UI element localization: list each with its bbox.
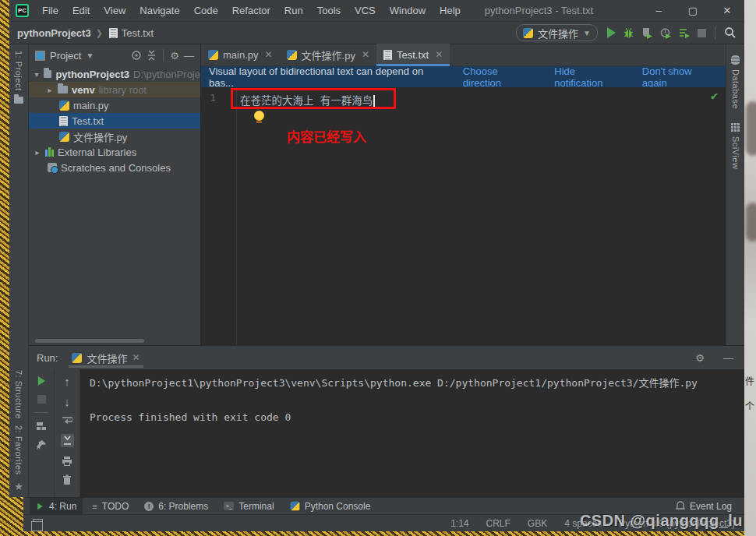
tool-button-label: Terminal bbox=[238, 501, 274, 512]
run-with-coverage-button[interactable] bbox=[641, 27, 653, 39]
clear-console-icon[interactable] bbox=[62, 474, 72, 485]
desktop-image-fragment bbox=[746, 101, 756, 156]
project-panel-title[interactable]: Project bbox=[50, 50, 81, 62]
hide-panel-icon[interactable]: — bbox=[723, 352, 733, 364]
run-console-tab[interactable]: 文件操作 ✕ bbox=[69, 346, 143, 369]
python-interpreter[interactable]: Python 3.9 (pythonProject3) bbox=[619, 518, 735, 529]
close-tab-icon[interactable]: ✕ bbox=[265, 49, 273, 60]
tool-stripe-project[interactable]: 1: Project bbox=[14, 51, 23, 90]
tab-test-txt[interactable]: Test.txt ✕ bbox=[376, 44, 450, 65]
debug-button[interactable] bbox=[623, 27, 634, 39]
tree-item-main-py[interactable]: main.py bbox=[29, 97, 200, 113]
menu-refactor[interactable]: Refactor bbox=[225, 5, 277, 16]
menu-run[interactable]: Run bbox=[277, 5, 310, 16]
chevron-collapsed-icon[interactable]: ▸ bbox=[34, 148, 41, 157]
tab-file-ops-py[interactable]: 文件操作.py ✕ bbox=[280, 44, 376, 65]
tool-windows-toggle-icon[interactable] bbox=[33, 519, 43, 527]
menu-navigate[interactable]: Navigate bbox=[132, 5, 186, 16]
tool-stripe-structure[interactable]: 7: Structure bbox=[14, 370, 23, 419]
stop-button[interactable] bbox=[698, 29, 706, 37]
gear-icon[interactable]: ⚙ bbox=[170, 50, 179, 62]
tree-item-label: 文件操作.py bbox=[73, 129, 127, 144]
tool-button-run[interactable]: 4: Run bbox=[30, 498, 83, 514]
menu-tools[interactable]: Tools bbox=[310, 5, 348, 16]
run-console-output[interactable]: D:\pythonProject1\pythonProject3\venv\Sc… bbox=[80, 369, 744, 497]
tool-button-python-console[interactable]: Python Console bbox=[284, 498, 377, 514]
menu-window[interactable]: Window bbox=[383, 5, 433, 16]
tree-item-test-txt[interactable]: Test.txt bbox=[29, 113, 200, 129]
chevron-expanded-icon[interactable]: ▾ bbox=[34, 70, 40, 79]
chevron-collapsed-icon[interactable]: ▸ bbox=[46, 86, 54, 94]
close-button[interactable]: ✕ bbox=[710, 0, 744, 21]
tree-item-external-libraries[interactable]: ▸ External Libraries bbox=[29, 144, 200, 160]
menu-code[interactable]: Code bbox=[187, 5, 225, 16]
rerun-button[interactable] bbox=[37, 376, 44, 386]
editor-line-text: 在苍茫的大海上 有一群海鸟 bbox=[240, 92, 375, 108]
restore-layout-icon[interactable] bbox=[36, 421, 47, 431]
hide-panel-icon[interactable]: — bbox=[184, 50, 194, 62]
up-stacktrace-icon[interactable]: ↑ bbox=[64, 376, 70, 387]
indent-setting[interactable]: 4 spaces bbox=[564, 518, 602, 529]
python-file-icon bbox=[59, 100, 69, 111]
locate-file-icon[interactable] bbox=[131, 50, 142, 61]
event-log-button[interactable]: Event Log bbox=[669, 498, 738, 514]
python-icon bbox=[523, 28, 533, 38]
choose-direction-link[interactable]: Choose direction bbox=[463, 65, 537, 89]
menu-vcs[interactable]: VCS bbox=[348, 5, 383, 16]
editor-content[interactable]: 1 在苍茫的大海上 有一群海鸟 内容已经写入 ✔ bbox=[201, 87, 726, 345]
intention-bulb-icon[interactable] bbox=[254, 111, 264, 121]
run-button[interactable] bbox=[607, 27, 616, 38]
tool-stripe-database[interactable]: Database bbox=[731, 69, 740, 109]
scroll-to-end-button[interactable] bbox=[61, 434, 74, 447]
down-stacktrace-icon[interactable]: ↓ bbox=[64, 396, 70, 407]
soft-wrap-icon[interactable] bbox=[62, 416, 72, 425]
concurrency-diagram-button[interactable] bbox=[679, 27, 691, 39]
text-file-icon bbox=[383, 50, 392, 60]
tree-item-project-root[interactable]: ▾ pythonProject3 D:\pythonProje bbox=[29, 66, 200, 82]
run-configuration-select[interactable]: 文件操作 ▼ bbox=[516, 24, 598, 41]
menu-file[interactable]: File bbox=[35, 5, 65, 16]
tool-stripe-sciview[interactable]: SciView bbox=[731, 136, 740, 169]
inspection-ok-icon[interactable]: ✔ bbox=[711, 89, 718, 103]
tab-main-py[interactable]: main.py ✕ bbox=[201, 44, 280, 65]
close-tab-icon[interactable]: ✕ bbox=[362, 49, 369, 60]
folder-icon bbox=[58, 86, 68, 93]
collapse-all-icon[interactable] bbox=[147, 50, 157, 61]
menu-edit[interactable]: Edit bbox=[65, 5, 97, 16]
tool-button-problems[interactable]: ! 6: Problems bbox=[138, 498, 214, 514]
breadcrumb-file[interactable]: Test.txt bbox=[122, 27, 154, 39]
close-tab-icon[interactable]: ✕ bbox=[435, 49, 443, 60]
line-separator[interactable]: CRLF bbox=[486, 518, 510, 529]
tool-stripe-favorites[interactable]: 2: Favorites bbox=[14, 425, 23, 474]
python-file-icon bbox=[208, 50, 218, 60]
menu-view[interactable]: View bbox=[97, 5, 132, 16]
file-encoding[interactable]: GBK bbox=[528, 518, 547, 529]
tree-item-scratches[interactable]: Scratches and Consoles bbox=[29, 160, 200, 175]
menu-help[interactable]: Help bbox=[433, 5, 468, 16]
minimize-button[interactable]: – bbox=[641, 0, 676, 21]
tree-item-venv[interactable]: ▸ venv library root bbox=[29, 82, 200, 97]
search-everywhere-icon[interactable] bbox=[724, 26, 737, 39]
event-log-label: Event Log bbox=[690, 501, 732, 512]
hide-notification-link[interactable]: Hide notification bbox=[554, 65, 625, 89]
chevron-down-icon[interactable]: ▼ bbox=[86, 51, 94, 60]
print-icon[interactable] bbox=[62, 456, 72, 466]
close-tab-icon[interactable]: ✕ bbox=[132, 352, 140, 363]
desktop-edge: 件 个 bbox=[744, 0, 756, 536]
tool-button-terminal[interactable]: >_ Terminal bbox=[217, 498, 280, 514]
project-horizontal-scrollbar[interactable] bbox=[35, 339, 144, 343]
star-icon[interactable]: ★ bbox=[14, 481, 23, 492]
tool-button-todo[interactable]: ≡ TODO bbox=[86, 498, 135, 514]
dont-show-again-link[interactable]: Don't show again bbox=[642, 65, 718, 89]
maximize-button[interactable]: ▢ bbox=[676, 0, 710, 21]
caret-position[interactable]: 1:14 bbox=[450, 518, 468, 529]
pin-icon[interactable] bbox=[36, 439, 47, 450]
title-bar: PC File Edit View Navigate Code Refactor… bbox=[9, 0, 744, 22]
tree-item-file-ops-py[interactable]: 文件操作.py bbox=[29, 129, 200, 144]
gear-icon[interactable]: ⚙ bbox=[695, 352, 705, 364]
profiler-button[interactable] bbox=[660, 27, 672, 39]
tree-item-label: main.py bbox=[73, 100, 109, 111]
stop-button[interactable] bbox=[37, 395, 46, 404]
run-tab-label: 文件操作 bbox=[87, 351, 127, 365]
breadcrumb-project[interactable]: pythonProject3 bbox=[17, 27, 91, 39]
